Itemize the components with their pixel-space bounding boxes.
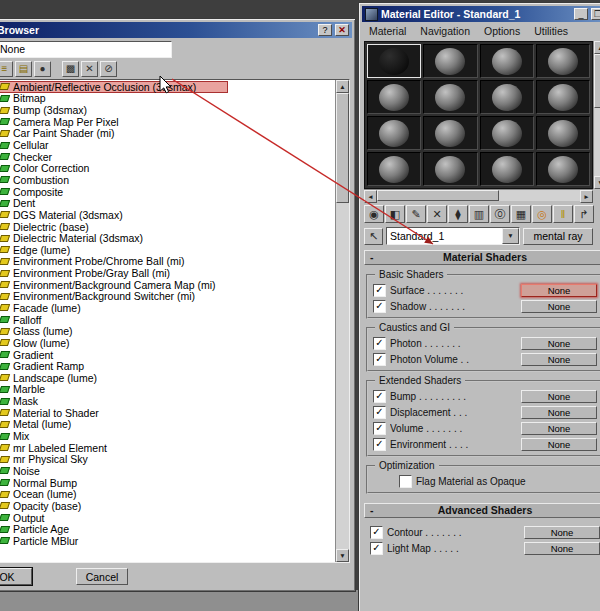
- list-item[interactable]: Facade (lume): [0, 302, 335, 314]
- list-item[interactable]: Gradient: [0, 349, 335, 361]
- ok-button[interactable]: OK: [0, 568, 32, 585]
- assign-material-to-selection-icon[interactable]: ✎: [406, 205, 426, 223]
- menu-options[interactable]: Options: [477, 25, 527, 37]
- shader-slot-button[interactable]: None: [521, 406, 597, 419]
- shader-slot-button[interactable]: None: [524, 526, 600, 539]
- sample-slot[interactable]: [480, 44, 534, 78]
- shader-slot-button[interactable]: None: [524, 542, 600, 555]
- list-item[interactable]: Dielectric (base): [0, 221, 335, 233]
- sample-slot[interactable]: [367, 80, 421, 114]
- view-list-icon[interactable]: ≡: [0, 61, 13, 77]
- scroll-down-icon[interactable]: ▼: [594, 176, 600, 189]
- scroll-down-icon[interactable]: ▼: [336, 549, 349, 562]
- list-item[interactable]: Landscape (lume): [0, 372, 335, 384]
- put-to-library-icon[interactable]: ▥: [469, 205, 489, 223]
- list-item[interactable]: Bump (3dsmax): [0, 104, 335, 116]
- checkbox[interactable]: [373, 284, 386, 297]
- selection-name-field[interactable]: None: [0, 41, 172, 58]
- material-id-channel-icon[interactable]: ⓪: [490, 205, 510, 223]
- sample-slot[interactable]: [480, 152, 534, 186]
- shader-slot-button[interactable]: None: [521, 337, 597, 350]
- list-item[interactable]: Edge (lume): [0, 244, 335, 256]
- scrollbar-thumb[interactable]: [377, 190, 499, 201]
- sample-slot[interactable]: [536, 44, 590, 78]
- list-item[interactable]: Mix: [0, 430, 335, 442]
- get-material-icon[interactable]: ◉: [364, 205, 384, 223]
- list-item[interactable]: DGS Material (3dsmax): [0, 209, 335, 221]
- scroll-right-icon[interactable]: ►: [580, 190, 593, 203]
- scrollbar-thumb[interactable]: [336, 93, 349, 203]
- shader-slot-button[interactable]: None: [521, 353, 597, 366]
- material-name-combo[interactable]: Standard_1 ▼: [386, 227, 520, 245]
- list-item[interactable]: Particle MBlur: [0, 535, 335, 547]
- go-forward-sibling-icon[interactable]: ↱: [574, 205, 594, 223]
- sample-slot[interactable]: [367, 152, 421, 186]
- checkbox[interactable]: [373, 422, 386, 435]
- put-material-to-scene-icon[interactable]: ◧: [385, 205, 405, 223]
- list-item[interactable]: Gradient Ramp: [0, 360, 335, 372]
- list-item[interactable]: Bitmap: [0, 93, 335, 105]
- list-item[interactable]: Normal Bump: [0, 477, 335, 489]
- sample-slot[interactable]: [423, 44, 477, 78]
- checkbox[interactable]: [373, 438, 386, 451]
- sample-slot[interactable]: [536, 116, 590, 150]
- menu-utilities[interactable]: Utilities: [527, 25, 575, 37]
- checkbox[interactable]: [370, 526, 383, 539]
- checkbox[interactable]: [373, 390, 386, 403]
- show-end-result-icon[interactable]: ◎: [532, 205, 552, 223]
- sample-slot[interactable]: [423, 116, 477, 150]
- list-item[interactable]: Ocean (lume): [0, 488, 335, 500]
- view-small-icons-icon[interactable]: ●: [34, 61, 51, 77]
- list-item[interactable]: Dent: [0, 197, 335, 209]
- sample-slot[interactable]: [536, 80, 590, 114]
- shader-slot-button[interactable]: None: [521, 438, 597, 451]
- rollout-advanced-shaders[interactable]: - Advanced Shaders: [364, 503, 600, 518]
- sample-slot[interactable]: [480, 80, 534, 114]
- list-item[interactable]: Environment/Background Camera Map (mi): [0, 279, 335, 291]
- clear-material-library-icon[interactable]: ⊘: [100, 61, 117, 77]
- list-item[interactable]: Environment Probe/Chrome Ball (mi): [0, 256, 335, 268]
- cancel-button[interactable]: Cancel: [76, 568, 128, 585]
- rollout-material-shaders[interactable]: - Material Shaders: [364, 250, 600, 265]
- sample-slot[interactable]: [536, 152, 590, 186]
- list-item[interactable]: Particle Age: [0, 523, 335, 535]
- minimize-icon[interactable]: _: [574, 8, 588, 20]
- slots-vertical-scrollbar[interactable]: ▲ ▼: [593, 41, 600, 189]
- list-item[interactable]: Checker: [0, 151, 335, 163]
- pick-material-from-object-icon[interactable]: ↖: [364, 228, 383, 245]
- editor-titlebar[interactable]: Material Editor - Standard_1 _ ❒: [362, 6, 600, 22]
- list-item[interactable]: Car Paint Shader (mi): [0, 128, 335, 140]
- sample-slot[interactable]: [367, 116, 421, 150]
- make-material-copy-icon[interactable]: ⧫: [448, 205, 468, 223]
- list-item[interactable]: Material to Shader: [0, 407, 335, 419]
- menu-navigation[interactable]: Navigation: [413, 25, 477, 37]
- checkbox[interactable]: [373, 300, 386, 313]
- scroll-up-icon[interactable]: ▲: [336, 80, 349, 93]
- list-item[interactable]: Glass (lume): [0, 325, 335, 337]
- maximize-icon[interactable]: ❒: [591, 8, 600, 20]
- shader-slot-button[interactable]: None: [521, 390, 597, 403]
- list-item[interactable]: mr Physical Sky: [0, 454, 335, 466]
- list-item[interactable]: Opacity (base): [0, 500, 335, 512]
- list-item[interactable]: Glow (lume): [0, 337, 335, 349]
- list-item[interactable]: Falloff: [0, 314, 335, 326]
- chevron-down-icon[interactable]: ▼: [502, 228, 519, 244]
- list-item[interactable]: mr Labeled Element: [0, 442, 335, 454]
- list-item[interactable]: Composite: [0, 186, 335, 198]
- checkbox[interactable]: [399, 475, 412, 488]
- list-item[interactable]: Ambient/Reflective Occlusion (3dsmax): [0, 81, 335, 93]
- sample-slot[interactable]: [423, 80, 477, 114]
- view-list-plus-icons-icon[interactable]: ▤: [15, 61, 32, 77]
- list-item[interactable]: Metal (lume): [0, 419, 335, 431]
- list-item[interactable]: Combustion: [0, 174, 335, 186]
- browser-titlebar[interactable]: Browser ? ✕: [0, 22, 352, 38]
- list-item[interactable]: Mask: [0, 395, 335, 407]
- reset-map-icon[interactable]: ✕: [427, 205, 447, 223]
- update-scene-materials-icon[interactable]: ▩: [62, 61, 79, 77]
- list-item[interactable]: Environment Probe/Gray Ball (mi): [0, 267, 335, 279]
- checkbox[interactable]: [370, 542, 383, 555]
- scroll-up-icon[interactable]: ▲: [594, 41, 600, 54]
- shader-slot-button[interactable]: None: [521, 284, 597, 297]
- list-item[interactable]: Cellular: [0, 139, 335, 151]
- list-item[interactable]: Noise: [0, 465, 335, 477]
